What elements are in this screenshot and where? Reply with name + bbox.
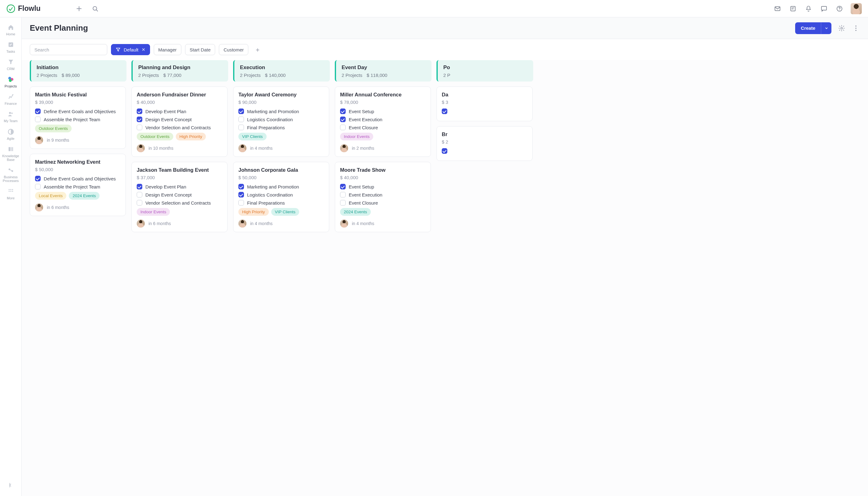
checkbox[interactable] <box>340 184 346 189</box>
column-header[interactable]: Po2 P <box>436 60 533 81</box>
task-row[interactable] <box>442 148 527 154</box>
task-row[interactable]: Event Execution <box>340 117 425 122</box>
project-card[interactable]: Jackson Team Building Event$ 37,000Devel… <box>131 162 228 232</box>
column-header[interactable]: Execution2 Projects$ 140,000 <box>233 60 330 81</box>
assignee-avatar[interactable] <box>238 144 246 152</box>
project-card[interactable]: Moore Trade Show$ 40,000Event SetupEvent… <box>335 162 431 232</box>
checkbox[interactable] <box>238 184 244 189</box>
task-row[interactable]: Assemble the Project Team <box>35 184 121 189</box>
sidebar-item-finance[interactable]: Finance <box>0 91 21 108</box>
task-row[interactable]: Vendor Selection and Contracts <box>137 125 222 130</box>
assignee-avatar[interactable] <box>340 219 348 228</box>
checkbox[interactable] <box>35 184 41 189</box>
checkbox[interactable] <box>238 192 244 198</box>
sidebar-item-projects[interactable]: Projects <box>0 73 21 91</box>
tag[interactable]: High Priority <box>238 208 269 216</box>
checkbox[interactable] <box>442 108 447 114</box>
chevron-down-icon[interactable] <box>821 22 832 34</box>
task-row[interactable]: Event Setup <box>340 108 425 114</box>
checkbox[interactable] <box>238 117 244 122</box>
column-header[interactable]: Planning and Design2 Projects$ 77,000 <box>131 60 228 81</box>
checkbox[interactable] <box>35 117 41 122</box>
search-input[interactable] <box>30 44 107 55</box>
task-row[interactable]: Define Event Goals and Objectives <box>35 108 121 114</box>
tag[interactable]: 2024 Events <box>69 192 99 200</box>
filter-chip-manager[interactable]: Manager <box>154 44 181 55</box>
assignee-avatar[interactable] <box>137 144 145 152</box>
task-row[interactable]: Design Event Concept <box>137 117 222 122</box>
project-card[interactable]: Johnson Corporate Gala$ 50,000Marketing … <box>233 162 329 232</box>
task-row[interactable]: Event Execution <box>340 192 425 198</box>
sidebar-item-knowledge-base[interactable]: Knowledge Base <box>0 143 21 164</box>
project-card[interactable]: Anderson Fundraiser Dinner$ 40,000Develo… <box>131 87 228 157</box>
help-icon[interactable] <box>835 4 844 13</box>
task-row[interactable]: Marketing and Promotion <box>238 184 324 189</box>
checkbox[interactable] <box>137 192 142 198</box>
task-row[interactable]: Event Closure <box>340 200 425 205</box>
tag[interactable]: VIP Clients <box>271 208 299 216</box>
checkbox[interactable] <box>340 117 346 122</box>
tag[interactable]: Local Events <box>35 192 66 200</box>
tag[interactable]: Indoor Events <box>340 133 373 140</box>
mail-icon[interactable] <box>773 4 782 13</box>
tag[interactable]: VIP Clients <box>238 133 267 140</box>
sidebar-item-home[interactable]: Home <box>0 21 21 38</box>
assignee-avatar[interactable] <box>35 136 43 144</box>
task-row[interactable]: Event Setup <box>340 184 425 189</box>
checkbox[interactable] <box>340 200 346 205</box>
more-icon[interactable] <box>852 24 860 32</box>
checkbox[interactable] <box>340 125 346 130</box>
note-icon[interactable] <box>789 4 797 13</box>
search-icon[interactable] <box>91 4 99 13</box>
tag[interactable]: Outdoor Events <box>137 133 173 140</box>
checkbox[interactable] <box>137 200 142 205</box>
project-card[interactable]: Da$ 3 <box>436 87 532 121</box>
task-row[interactable]: Vendor Selection and Contracts <box>137 200 222 205</box>
add-icon[interactable] <box>75 4 83 13</box>
gear-icon[interactable] <box>838 24 846 32</box>
checkbox[interactable] <box>340 108 346 114</box>
checkbox[interactable] <box>238 108 244 114</box>
tag[interactable]: 2024 Events <box>340 208 371 216</box>
task-row[interactable]: Develop Event Plan <box>137 108 222 114</box>
task-row[interactable]: Design Event Concept <box>137 192 222 198</box>
sidebar-item-agile[interactable]: Agile <box>0 126 21 143</box>
task-row[interactable] <box>442 108 527 114</box>
checkbox[interactable] <box>238 200 244 205</box>
project-card[interactable]: Taylor Award Ceremony$ 90,000Marketing a… <box>233 87 329 157</box>
task-row[interactable]: Event Closure <box>340 125 425 130</box>
assignee-avatar[interactable] <box>340 144 348 152</box>
close-icon[interactable]: ✕ <box>142 47 145 52</box>
tag[interactable]: High Priority <box>176 133 206 140</box>
user-avatar[interactable] <box>851 3 862 14</box>
column-header[interactable]: Event Day2 Projects$ 118,000 <box>335 60 432 81</box>
checkbox[interactable] <box>137 108 142 114</box>
task-row[interactable]: Logistics Coordination <box>238 117 324 122</box>
sidebar-item-business-processes[interactable]: Business Processes <box>0 164 21 185</box>
assignee-avatar[interactable] <box>238 219 246 228</box>
checkbox[interactable] <box>238 125 244 130</box>
filter-add-button[interactable]: ＋ <box>252 44 263 55</box>
tag[interactable]: Indoor Events <box>137 208 170 216</box>
checkbox[interactable] <box>35 176 41 181</box>
filter-chip-start-date[interactable]: Start Date <box>185 44 215 55</box>
sidebar-item-more[interactable]: More <box>0 185 21 202</box>
task-row[interactable]: Define Event Goals and Objectives <box>35 176 121 181</box>
board-scroll[interactable]: Initiation2 Projects$ 89,000Martin Music… <box>22 60 868 496</box>
project-card[interactable]: Martinez Networking Event$ 50,000Define … <box>30 154 126 216</box>
task-row[interactable]: Develop Event Plan <box>137 184 222 189</box>
brand-logo[interactable]: Flowlu <box>6 4 41 13</box>
checkbox[interactable] <box>137 117 142 122</box>
project-card[interactable]: Martin Music Festival$ 39,000Define Even… <box>30 87 126 149</box>
task-row[interactable]: Marketing and Promotion <box>238 108 324 114</box>
project-card[interactable]: Miller Annual Conference$ 78,000Event Se… <box>335 87 431 157</box>
sidebar-collapse-icon[interactable] <box>7 482 15 489</box>
checkbox[interactable] <box>340 192 346 198</box>
sidebar-item-tasks[interactable]: Tasks <box>0 38 21 56</box>
sidebar-item-crm[interactable]: CRM <box>0 56 21 73</box>
checkbox[interactable] <box>442 148 447 154</box>
checkbox[interactable] <box>137 125 142 130</box>
project-card[interactable]: Br$ 2 <box>436 126 532 161</box>
task-row[interactable]: Assemble the Project Team <box>35 117 121 122</box>
column-header[interactable]: Initiation2 Projects$ 89,000 <box>30 60 126 81</box>
